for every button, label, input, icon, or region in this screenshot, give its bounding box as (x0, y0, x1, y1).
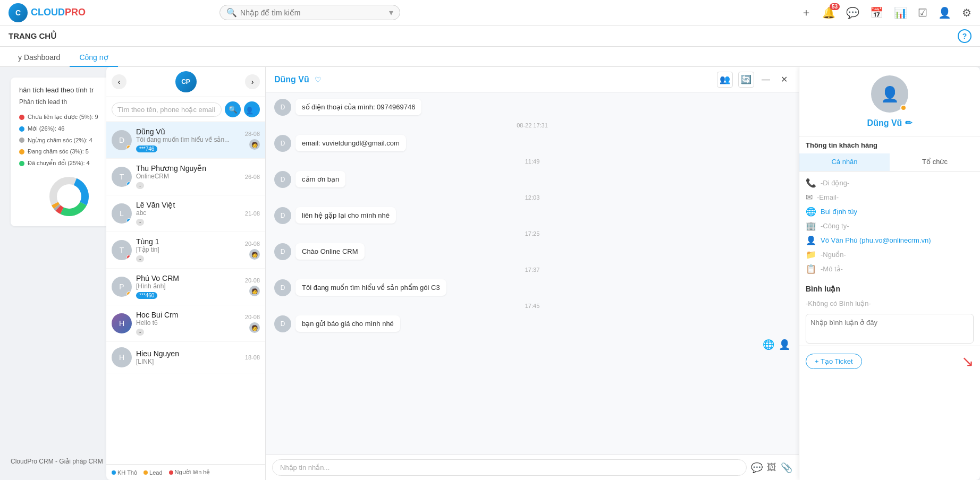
notification-icon[interactable]: 🔔 53 (822, 6, 835, 19)
message-bubble: bạn gửi báo giá cho mình nhé (295, 315, 400, 332)
contact-preview: [Hình ảnh] (136, 282, 241, 290)
search-bar[interactable]: 🔍 ▾ (219, 5, 400, 20)
avatar: L (112, 203, 132, 224)
list-item[interactable]: L Lê Văn Việt abc - 21-08 (106, 195, 265, 232)
panel-logo-icon: CP (175, 71, 197, 92)
legend-lead-label: Lead (149, 469, 162, 476)
contact-search-input[interactable] (112, 102, 222, 117)
list-item[interactable]: H Hoc Bui Crm Hello t6 - 20-08 🧑 (106, 305, 265, 342)
arrow-down-icon[interactable]: ↘ (961, 353, 974, 370)
source-value: -Nguồn- (821, 251, 846, 259)
contact-date: 18-08 (245, 354, 260, 361)
contact-preview: [LINK] (136, 358, 241, 365)
image-icon[interactable]: 🖼 (767, 462, 776, 473)
label5: Đã chuyển đổi (25%): 4 (28, 158, 90, 169)
field-website: 🌐 Bui định túy (806, 207, 974, 217)
message-row: D cảm ơn bạn (274, 171, 790, 188)
comment-section-title: Bình luận (799, 280, 980, 297)
message-row: D liên hệ gặp lại cho mình nhé (274, 207, 790, 224)
online-status-dot (900, 105, 907, 111)
group-button[interactable]: 👥 (244, 101, 260, 117)
edit-icon[interactable]: ✏ (905, 118, 912, 128)
tab-personal[interactable]: Cá nhân (799, 153, 890, 171)
minimize-button[interactable]: — (759, 73, 772, 86)
website-icon: 🌐 (806, 207, 816, 217)
attachment-icon[interactable]: 📎 (781, 462, 792, 474)
emoji-icon[interactable]: 💬 (751, 462, 763, 474)
timestamp: 17:45 (274, 303, 790, 309)
avatar: T (112, 167, 132, 187)
company-value: -Công ty- (821, 222, 849, 230)
phone-value: -Di động- (821, 179, 849, 187)
list-item[interactable]: D Dũng Vũ Tôi đang muốn tìm hiểu về sản.… (106, 122, 265, 159)
field-email: ✉ -Email- (806, 192, 974, 202)
message-icon[interactable]: 💬 (846, 6, 859, 19)
agent-avatar: 🧑 (249, 139, 260, 150)
company-icon: 🏢 (806, 221, 816, 231)
field-company: 🏢 -Công ty- (806, 221, 974, 231)
message-bubble: email: vuvietdungdl@gmail.com (295, 135, 406, 151)
close-button[interactable]: ✕ (778, 73, 790, 86)
contact-name: Thu Phương Nguyễn (136, 164, 241, 173)
search-button[interactable]: 🔍 (225, 101, 241, 117)
contact-name: Hieu Nguyen (136, 349, 241, 358)
checkbox-icon[interactable]: ☑ (918, 6, 927, 19)
contact-search-bar: 🔍 👥 (106, 97, 265, 122)
list-item[interactable]: T Thu Phương Nguyễn OnlineCRM - 26-08 (106, 159, 265, 195)
contact-preview: Hello t6 (136, 319, 241, 327)
tab-organization[interactable]: Tổ chức (890, 153, 980, 171)
message-avatar: D (274, 171, 291, 188)
label4: Đang chăm sóc (3%): 5 (28, 147, 89, 157)
contact-meta: 26-08 (245, 174, 260, 180)
tab-dashboard[interactable]: y Dashboard (9, 49, 70, 67)
list-item[interactable]: P Phú Vo CRM [Hình ảnh] ***460 20-08 🧑 (106, 269, 265, 305)
message-avatar: D (274, 135, 291, 152)
legend-kh-tho: KH Thô (112, 469, 137, 476)
search-icon: 🔍 (226, 7, 237, 18)
prev-button[interactable]: ‹ (112, 74, 126, 89)
breadcrumb-title: TRANG CHỦ (9, 31, 56, 41)
person-icon[interactable]: 👤 (779, 339, 790, 350)
page-content: hân tích lead theo tính tr Phân tích lea… (0, 67, 980, 480)
main-container: TRANG CHỦ ? y Dashboard Công nợ hân tích… (0, 25, 980, 480)
settings-icon[interactable]: ⚙ (962, 6, 971, 19)
logo: C CLOUDPRO (9, 3, 86, 22)
contact-name: Phú Vo CRM (136, 274, 241, 282)
refresh-icon[interactable]: 🔄 (738, 72, 754, 88)
search-input[interactable] (240, 8, 386, 17)
message-tools: 🌐 👤 (274, 339, 790, 350)
next-button[interactable]: › (245, 74, 260, 89)
logo-text: CLOUDPRO (31, 7, 86, 18)
timestamp: 12:03 (274, 194, 790, 201)
email-value: -Email- (817, 193, 839, 201)
contact-meta: 18-08 (245, 354, 260, 361)
create-ticket-button[interactable]: + Tạo Ticket (806, 354, 862, 369)
chat-input[interactable] (272, 459, 747, 476)
add-icon[interactable]: ＋ (801, 5, 812, 20)
field-assigned: 👤 Võ Văn Phú (phu.vo@onlinecrm.vn) (806, 235, 974, 245)
avatar: D (112, 130, 132, 150)
contact-legend: KH Thô Lead Người liên hệ (106, 464, 265, 480)
legend-lead: Lead (143, 469, 162, 476)
user-icon[interactable]: 👤 (938, 6, 951, 19)
tag-badge: ***460 (136, 292, 157, 299)
avatar: H (112, 313, 132, 333)
comment-input[interactable] (806, 314, 974, 344)
contact-info: Dũng Vũ Tôi đang muốn tìm hiểu về sản...… (136, 127, 241, 153)
members-icon[interactable]: 👥 (717, 72, 733, 88)
logo-icon: C (9, 3, 28, 22)
list-item[interactable]: T Tùng 1 [Tập tin] - 20-08 🧑 (106, 232, 265, 269)
message-row: D bạn gửi báo giá cho mình nhé (274, 315, 790, 332)
calendar-icon[interactable]: 📅 (870, 6, 883, 19)
message-avatar: D (274, 207, 291, 224)
contact-name: Dũng Vũ (136, 127, 241, 136)
customer-info-title: Thông tin khách hàng (799, 137, 980, 153)
list-item[interactable]: H Hieu Nguyen [LINK] 18-08 (106, 342, 265, 373)
email-icon: ✉ (806, 192, 813, 202)
contact-info: Thu Phương Nguyễn OnlineCRM - (136, 164, 241, 190)
help-button[interactable]: ? (958, 29, 971, 43)
tab-cong-no[interactable]: Công nợ (70, 49, 117, 67)
globe-icon[interactable]: 🌐 (763, 339, 774, 350)
section2-title: Phân tích lead th (19, 98, 119, 106)
chart-icon[interactable]: 📊 (894, 6, 907, 19)
